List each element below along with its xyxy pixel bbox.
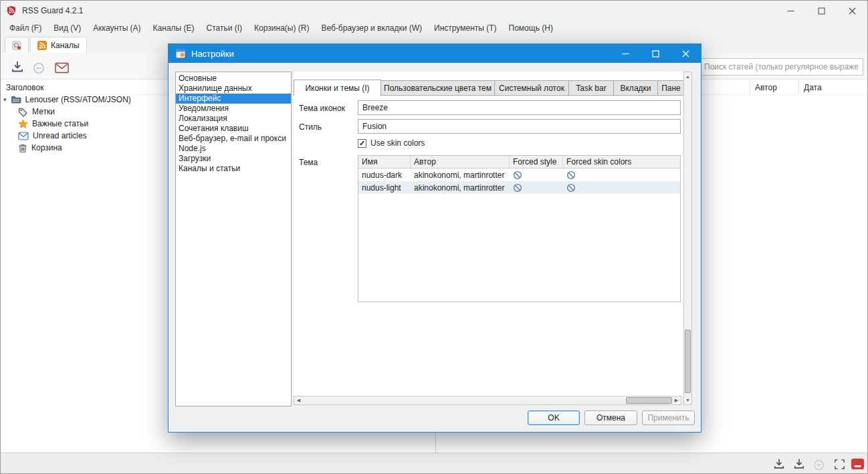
theme-name: nudus-dark (358, 168, 411, 181)
menu-tools[interactable]: Инструменты (T) (428, 21, 502, 35)
mark-read-button[interactable] (31, 61, 46, 76)
feeds-tab[interactable]: Каналы (30, 37, 87, 53)
theme-row-nudus-light[interactable]: nudus-light akinokonomi, martinrotter (358, 181, 680, 194)
tab-icons-themes[interactable]: Иконки и темы (I) (294, 80, 381, 96)
recycle-bin-icon (18, 143, 27, 153)
category-shortcuts[interactable]: Сочетания клавиш (176, 124, 291, 134)
horizontal-scrollbar[interactable]: ◀ ▶ (294, 396, 681, 405)
style-label: Стиль (299, 122, 322, 132)
menu-web-browser-tabs[interactable]: Веб-браузер и вкладки (W) (315, 21, 428, 35)
icon-theme-combobox[interactable]: Breeze (358, 100, 681, 115)
tree-item-label: Важные статьи (32, 119, 88, 128)
col-author[interactable]: Автор (411, 156, 510, 168)
theme-table: Имя Автор Forced style Forced skin color… (358, 155, 681, 302)
vertical-scroll-thumb[interactable] (685, 330, 691, 393)
dialog-close-button[interactable] (671, 44, 701, 63)
column-header-author[interactable]: Автор (750, 80, 798, 94)
tab-system-tray[interactable]: Системный лоток (494, 80, 569, 96)
tree-item-labels[interactable]: Метки (18, 106, 55, 118)
mark-read-icon (33, 62, 45, 74)
bottom-mark-read-button[interactable] (811, 458, 826, 471)
ok-button[interactable]: OK (528, 410, 580, 425)
maximize-button[interactable] (806, 1, 837, 21)
tab-custom-skin-colors[interactable]: Пользовательские цвета тем (381, 80, 495, 96)
horizontal-scroll-thumb[interactable] (626, 397, 672, 404)
unread-icon (18, 132, 29, 140)
dialog-maximize-button[interactable] (641, 44, 671, 63)
scroll-left-icon[interactable]: ◀ (294, 396, 303, 404)
menu-recycle-bins[interactable]: Корзина(ы) (R) (248, 21, 315, 35)
col-name[interactable]: Имя (358, 156, 411, 168)
menu-accounts[interactable]: Аккаунты (A) (87, 21, 146, 35)
tree-item-account[interactable]: ▾ Lenouser (RSS/ATOM/JSON) (3, 94, 131, 106)
menu-help[interactable]: Помощь (H) (503, 21, 559, 35)
style-combobox[interactable]: Fusion (358, 119, 681, 134)
theme-table-header: Имя Автор Forced style Forced skin color… (358, 156, 680, 168)
menu-view[interactable]: Вид (V) (47, 21, 87, 35)
menu-file[interactable]: Файл (F) (3, 21, 47, 35)
scroll-up-icon[interactable]: ▲ (684, 72, 691, 81)
panel-splitter[interactable] (435, 433, 436, 453)
scroll-right-icon[interactable]: ▶ (672, 396, 681, 404)
category-general[interactable]: Основные (176, 74, 291, 84)
tree-item-important[interactable]: Важные статьи (18, 118, 88, 130)
message-button[interactable] (53, 60, 70, 76)
feeds-tab-label: Каналы (51, 41, 80, 50)
download-messages-button[interactable] (9, 58, 26, 76)
apply-button[interactable]: Применить (642, 410, 695, 425)
theme-row-nudus-dark[interactable]: nudus-dark akinokonomi, martinrotter (358, 168, 680, 181)
feed-discovery-tab[interactable] (5, 37, 29, 53)
category-data-storage[interactable]: Хранилище данных (176, 84, 291, 94)
tab-task-bar[interactable]: Task bar (568, 80, 614, 96)
dialog-titlebar[interactable]: Настройки (169, 44, 701, 63)
category-feeds-articles[interactable]: Каналы и статьи (176, 164, 291, 174)
category-interface[interactable]: Интерфейс (176, 94, 291, 104)
close-button[interactable] (837, 1, 867, 21)
bottom-download-all-button[interactable] (791, 457, 807, 471)
use-skin-colors-label: Use skin colors (370, 138, 425, 148)
use-skin-colors-checkbox[interactable]: ✓ (358, 139, 366, 148)
menu-articles[interactable]: Статьи (I) (201, 21, 249, 35)
scroll-down-icon[interactable]: ▼ (684, 396, 691, 404)
theme-author: akinokonomi, martinrotter (411, 168, 510, 181)
fullscreen-button[interactable] (831, 457, 847, 471)
cancel-button[interactable]: Отмена (584, 410, 637, 425)
tab-tabs[interactable]: Вкладки (613, 80, 658, 96)
forced-skin-colors-cell (563, 181, 680, 194)
minimize-button[interactable] (775, 1, 806, 21)
col-forced-skin-colors[interactable]: Forced skin colors (563, 156, 680, 168)
window-title: RSS Guard 4.2.1 (22, 6, 83, 15)
tree-item-unread[interactable]: Unread articles (18, 130, 87, 142)
settings-category-list: Основные Хранилище данных Интерфейс Увед… (175, 72, 292, 406)
column-header-date[interactable]: Дата (798, 80, 863, 94)
feeds-tab-icon (37, 41, 47, 50)
bottom-download-button[interactable] (771, 457, 787, 471)
hide-panel-button[interactable] (849, 457, 866, 471)
tree-item-label: Lenouser (RSS/ATOM/JSON) (25, 95, 131, 104)
tree-item-recycle-bin[interactable]: Корзина (18, 142, 62, 154)
use-skin-colors-row[interactable]: ✓ Use skin colors (358, 138, 425, 148)
expand-caret-icon[interactable]: ▾ (3, 97, 7, 103)
category-downloads[interactable]: Загрузки (176, 154, 291, 164)
important-icon (18, 119, 28, 129)
feed-list-header[interactable]: Заголовок (6, 80, 43, 94)
download-icon (11, 60, 24, 74)
vertical-scrollbar[interactable]: ▲ ▼ (683, 72, 692, 405)
search-input[interactable] (699, 58, 863, 76)
category-notifications[interactable]: Уведомления (176, 104, 291, 114)
settings-dialog: Настройки Основные Хранилище данных Инте… (168, 43, 701, 433)
mark-read-icon (813, 459, 825, 471)
feed-list-header-label: Заголовок (6, 83, 43, 92)
category-localization[interactable]: Локализация (176, 114, 291, 124)
forced-style-cell (510, 168, 563, 181)
menu-feeds[interactable]: Каналы (E) (147, 21, 201, 35)
category-browser-mail-proxy[interactable]: Веб-браузер, e-mail и прокси (176, 134, 291, 144)
dialog-minimize-button[interactable] (611, 44, 641, 63)
theme-label: Тема (299, 158, 318, 167)
tree-item-label: Метки (32, 107, 55, 116)
category-nodejs[interactable]: Node.js (176, 144, 291, 154)
dialog-icon (175, 48, 186, 59)
icon-theme-value: Breeze (362, 103, 388, 112)
col-forced-style[interactable]: Forced style (510, 156, 563, 168)
tab-toolbar[interactable]: Пане (657, 80, 683, 96)
